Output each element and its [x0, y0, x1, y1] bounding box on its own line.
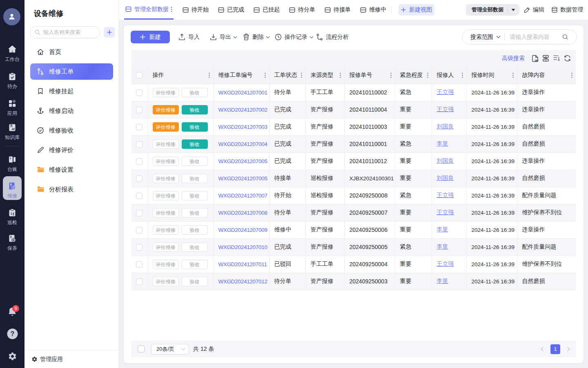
svg-text:?: ? — [10, 330, 14, 337]
svg-text:AI: AI — [11, 127, 15, 131]
